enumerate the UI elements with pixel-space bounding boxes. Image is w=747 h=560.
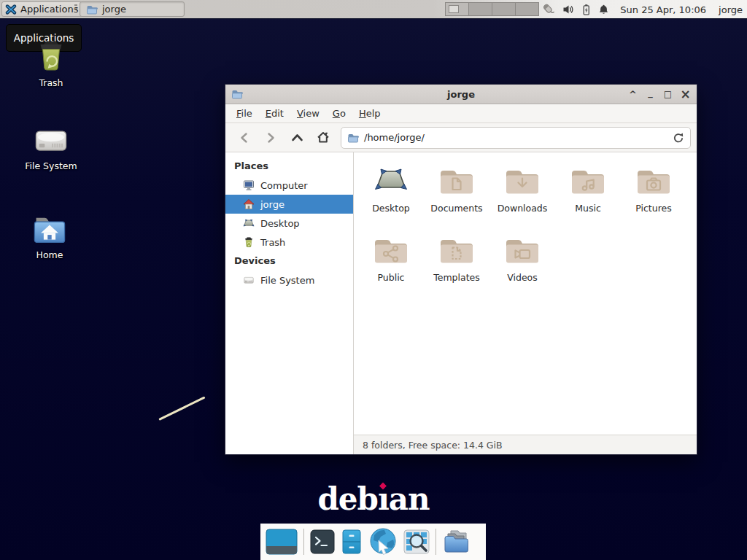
desktop-icon-label: Trash xyxy=(39,77,63,88)
desktop-icon-trash[interactable]: Trash xyxy=(16,38,86,88)
sidebar-item-desktop[interactable]: Desktop xyxy=(225,214,353,233)
pointer-device-icon[interactable] xyxy=(541,3,556,16)
folder-view[interactable]: Desktop Documents Downloads xyxy=(354,152,697,435)
pager-mini-window xyxy=(449,5,459,13)
folder-item-desktop[interactable]: Desktop xyxy=(358,163,424,232)
forward-chevron-icon xyxy=(265,132,276,144)
home-folder-icon xyxy=(31,213,69,245)
terminal-icon xyxy=(310,529,335,554)
panel-user-menu[interactable]: jorge xyxy=(719,4,743,15)
folder-item-public[interactable]: Public xyxy=(358,232,424,301)
sidebar-item-file-system[interactable]: File System xyxy=(225,271,353,289)
sidebar-item-jorge[interactable]: jorge xyxy=(225,195,353,214)
menu-bar: File Edit View Go Help xyxy=(225,104,697,123)
up-chevron-icon xyxy=(291,132,303,144)
app-finder-icon xyxy=(403,529,430,554)
folder-item-music[interactable]: Music xyxy=(555,163,621,232)
pictures-folder-icon xyxy=(636,163,671,198)
dock-separator xyxy=(303,529,304,555)
terminal-launcher[interactable] xyxy=(310,529,335,554)
location-bar[interactable]: /home/jorge/ xyxy=(341,127,691,149)
downloads-folder-icon xyxy=(505,163,540,198)
music-folder-icon xyxy=(570,163,605,198)
folder-item-documents[interactable]: Documents xyxy=(424,163,489,232)
status-text: 8 folders, Free space: 14.4 GiB xyxy=(363,440,503,451)
places-header: Places xyxy=(225,157,353,176)
desktop-scribble-line xyxy=(158,396,205,420)
window-titlebar[interactable]: jorge ^ _ □ × xyxy=(225,85,697,104)
sidebar-item-computer[interactable]: Computer xyxy=(225,176,353,195)
devices-header: Devices xyxy=(225,252,353,271)
workspace-1[interactable] xyxy=(445,2,469,16)
desktop-icon-label: Home xyxy=(36,249,63,260)
directory-folder-icon xyxy=(442,529,471,554)
menu-go[interactable]: Go xyxy=(326,104,352,122)
file-manager-launcher[interactable] xyxy=(341,529,363,554)
system-tray: Sun 25 Apr, 10:06 jorge xyxy=(541,0,743,19)
taskbar-window-label: jorge xyxy=(102,4,126,15)
desktop-icon-label: File System xyxy=(25,160,77,171)
menu-edit[interactable]: Edit xyxy=(259,104,290,122)
home-icon xyxy=(317,131,330,144)
public-folder-icon xyxy=(374,232,409,267)
battery-icon[interactable] xyxy=(581,4,592,16)
desktop-icon-home[interactable]: Home xyxy=(15,213,85,260)
reload-icon[interactable] xyxy=(673,132,684,144)
directory-menu-button[interactable] xyxy=(442,529,471,554)
volume-icon[interactable] xyxy=(562,4,574,15)
sidebar-item-trash[interactable]: Trash xyxy=(225,233,353,252)
places-sidebar: Places Computer jorge Desktop Trash Devi… xyxy=(225,152,354,454)
forward-button[interactable] xyxy=(262,129,279,147)
globe-browser-icon xyxy=(368,527,398,556)
desktop-icon xyxy=(243,218,255,228)
file-manager-window: jorge ^ _ □ × File Edit View Go Help xyxy=(225,84,697,455)
applications-menu-button[interactable]: Applications xyxy=(1,1,84,17)
panel-clock[interactable]: Sun 25 Apr, 10:06 xyxy=(620,4,706,15)
hard-drive-icon xyxy=(32,124,70,156)
workspace-pager[interactable] xyxy=(445,2,538,16)
back-chevron-icon xyxy=(239,132,250,144)
workspace-3[interactable] xyxy=(492,2,516,16)
maximize-button[interactable]: □ xyxy=(662,85,673,104)
path-text[interactable]: /home/jorge/ xyxy=(364,132,667,143)
workspace-2[interactable] xyxy=(468,2,492,16)
trash-icon xyxy=(243,236,255,248)
menu-help[interactable]: Help xyxy=(352,104,387,122)
folder-item-downloads[interactable]: Downloads xyxy=(489,163,555,232)
xfce-applications-icon xyxy=(5,4,17,15)
status-bar: 8 folders, Free space: 14.4 GiB xyxy=(354,435,697,454)
taskbar-window-button[interactable]: jorge xyxy=(80,1,185,17)
folder-item-templates[interactable]: Templates xyxy=(424,232,489,301)
window-title: jorge xyxy=(225,89,697,100)
minimize-button[interactable]: _ xyxy=(645,82,656,102)
home-button[interactable] xyxy=(314,129,332,147)
desktop-icon-file-system[interactable]: File System xyxy=(16,124,86,171)
shade-button[interactable]: ^ xyxy=(627,85,638,104)
up-button[interactable] xyxy=(288,129,306,147)
top-panel: Applications jorge Sun 25 Apr, 10:06 jor… xyxy=(0,0,747,19)
home-house-icon xyxy=(243,198,255,210)
documents-folder-icon xyxy=(439,163,474,198)
folder-icon xyxy=(86,4,98,15)
workspace-4[interactable] xyxy=(515,2,539,16)
videos-folder-icon xyxy=(505,232,540,267)
folder-item-pictures[interactable]: Pictures xyxy=(621,163,686,232)
menu-file[interactable]: File xyxy=(230,104,259,122)
menu-view[interactable]: View xyxy=(290,104,326,122)
app-finder-launcher[interactable] xyxy=(403,529,430,554)
hard-drive-icon xyxy=(243,275,255,285)
window-controls: ^ _ □ × xyxy=(627,85,691,104)
debian-logo: debıan xyxy=(0,481,747,517)
notifications-bell-icon[interactable] xyxy=(598,4,609,15)
folder-item-videos[interactable]: Videos xyxy=(489,232,555,301)
close-button[interactable]: × xyxy=(680,85,691,104)
panel-separator-handle xyxy=(74,4,77,15)
path-folder-icon xyxy=(347,132,359,144)
bottom-dock-panel xyxy=(260,524,486,560)
dock-separator xyxy=(436,529,436,555)
show-desktop-button[interactable] xyxy=(266,529,298,555)
web-browser-launcher[interactable] xyxy=(368,527,398,556)
back-button[interactable] xyxy=(236,129,253,147)
file-cabinet-icon xyxy=(341,529,363,554)
trash-icon xyxy=(34,38,69,73)
